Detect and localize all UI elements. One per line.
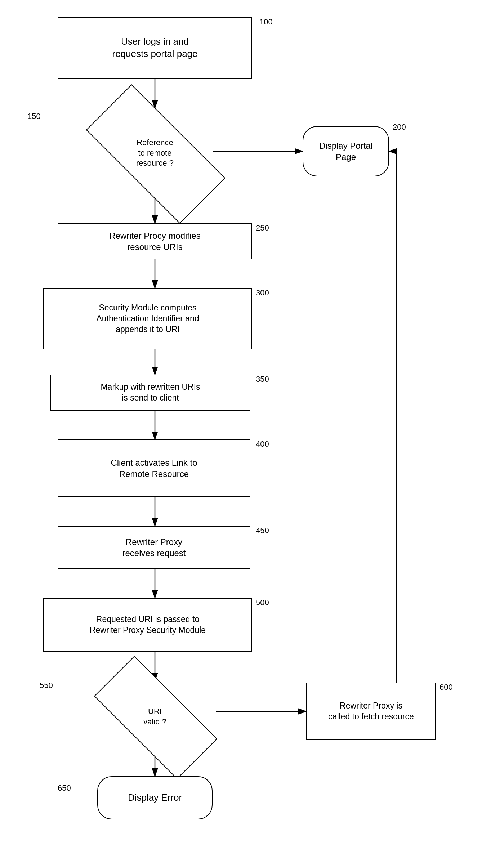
node-650: Display Error bbox=[97, 776, 213, 819]
node-100: User logs in and requests portal page bbox=[58, 17, 252, 79]
node-200: Display Portal Page bbox=[303, 126, 389, 176]
label-350: 350 bbox=[256, 375, 269, 384]
label-200: 200 bbox=[393, 122, 406, 132]
node-100-label: User logs in and requests portal page bbox=[112, 36, 197, 60]
label-300: 300 bbox=[256, 288, 269, 298]
node-500: Requested URI is passed to Rewriter Prox… bbox=[43, 598, 252, 652]
node-300-label: Security Module computes Authentication … bbox=[96, 303, 199, 335]
node-400-label: Client activates Link to Remote Resource bbox=[111, 457, 197, 479]
node-550: URI valid ? bbox=[72, 677, 238, 756]
node-150-label: Reference to remote resource ? bbox=[136, 138, 174, 169]
node-600-label: Rewriter Proxy is called to fetch resour… bbox=[328, 701, 414, 722]
label-250: 250 bbox=[256, 223, 269, 233]
node-200-label: Display Portal Page bbox=[319, 140, 373, 162]
node-450: Rewriter Proxy receives request bbox=[58, 526, 250, 569]
node-250-label: Rewriter Procy modifies resource URIs bbox=[109, 230, 200, 253]
node-350-label: Markup with rewritten URIs is send to cl… bbox=[101, 382, 200, 403]
label-400: 400 bbox=[256, 439, 269, 449]
diagram-container: User logs in and requests portal page 10… bbox=[0, 0, 504, 858]
node-400: Client activates Link to Remote Resource bbox=[58, 439, 250, 497]
node-350: Markup with rewritten URIs is send to cl… bbox=[50, 375, 250, 411]
label-550: 550 bbox=[40, 681, 53, 690]
node-500-label: Requested URI is passed to Rewriter Prox… bbox=[90, 614, 206, 636]
node-150: Reference to remote resource ? bbox=[61, 108, 249, 198]
node-250: Rewriter Procy modifies resource URIs bbox=[58, 223, 252, 259]
node-600: Rewriter Proxy is called to fetch resour… bbox=[306, 683, 436, 740]
node-450-label: Rewriter Proxy receives request bbox=[122, 536, 186, 559]
label-150: 150 bbox=[27, 112, 41, 121]
label-100: 100 bbox=[259, 17, 273, 27]
label-450: 450 bbox=[256, 526, 269, 535]
node-550-label: URI valid ? bbox=[143, 706, 166, 727]
node-300: Security Module computes Authentication … bbox=[43, 288, 252, 349]
node-650-label: Display Error bbox=[128, 792, 182, 804]
label-650: 650 bbox=[58, 783, 71, 793]
label-600: 600 bbox=[440, 683, 453, 692]
label-500: 500 bbox=[256, 598, 269, 607]
